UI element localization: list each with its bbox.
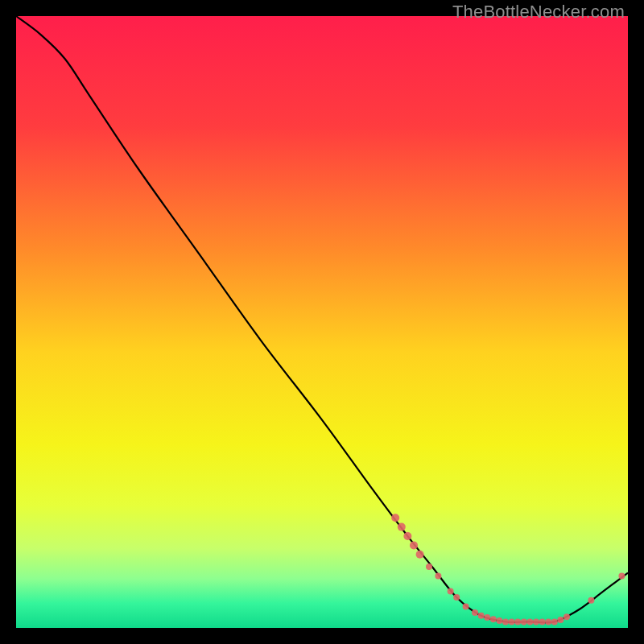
highlight-point (416, 551, 424, 559)
highlight-point (426, 564, 432, 570)
highlight-point (398, 523, 406, 531)
highlight-point (453, 594, 460, 601)
highlight-point (435, 572, 441, 579)
highlight-point (509, 618, 515, 625)
highlight-point (478, 613, 485, 619)
highlight-point (521, 618, 527, 625)
highlight-point (391, 514, 399, 522)
chart-frame (16, 16, 628, 628)
highlight-point (557, 617, 564, 623)
highlight-point (490, 616, 497, 622)
bottleneck-chart (16, 16, 628, 628)
highlight-point (410, 541, 418, 549)
highlight-point (539, 618, 546, 625)
heatmap-background (16, 16, 628, 628)
highlight-point (588, 597, 594, 604)
highlight-point (564, 613, 570, 620)
highlight-point (502, 618, 509, 625)
highlight-point (496, 617, 502, 624)
highlight-point (533, 618, 539, 625)
highlight-point (403, 532, 411, 540)
highlight-point (526, 618, 533, 625)
highlight-point (472, 609, 478, 616)
highlight-point (551, 618, 558, 625)
highlight-point (514, 618, 521, 625)
highlight-point (618, 572, 625, 579)
watermark-text: TheBottleNecker.com (452, 2, 625, 23)
highlight-point (463, 603, 469, 609)
highlight-point (545, 618, 551, 625)
highlight-point (448, 588, 454, 594)
highlight-point (484, 614, 490, 621)
